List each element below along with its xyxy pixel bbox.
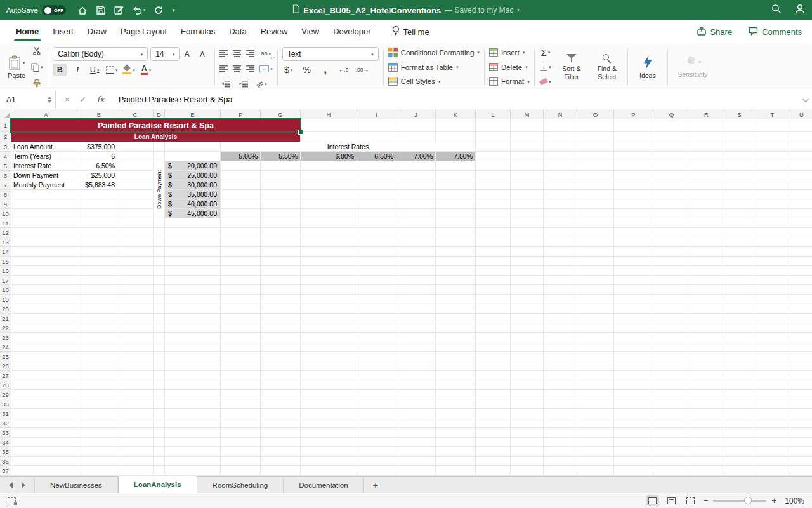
- cell-K30[interactable]: [436, 399, 476, 409]
- cell-H8[interactable]: [301, 190, 357, 199]
- cell-S13[interactable]: [723, 237, 756, 247]
- cell-A18[interactable]: [11, 285, 81, 295]
- cell-C20[interactable]: [117, 304, 154, 314]
- cell-R4[interactable]: [690, 152, 723, 161]
- cell-E25[interactable]: [165, 352, 221, 361]
- cell-I22[interactable]: [357, 323, 396, 333]
- currency-format-button[interactable]: $▾: [282, 64, 295, 76]
- cell-K20[interactable]: [436, 304, 476, 314]
- cell-J18[interactable]: [396, 285, 436, 295]
- comments-button[interactable]: Comments: [749, 27, 802, 37]
- cell-T3[interactable]: [756, 142, 789, 152]
- cell-U16[interactable]: [789, 266, 812, 276]
- cell-T22[interactable]: [756, 323, 789, 333]
- cell-G37[interactable]: [261, 466, 301, 476]
- cell-J11[interactable]: [396, 218, 436, 228]
- cell-B31[interactable]: [81, 409, 117, 418]
- cell-O11[interactable]: [577, 218, 614, 228]
- cell-B19[interactable]: [81, 295, 117, 304]
- cell-K22[interactable]: [436, 323, 476, 333]
- cell-L26[interactable]: [476, 361, 511, 371]
- search-icon[interactable]: [771, 4, 782, 17]
- cell-N33[interactable]: [544, 428, 577, 438]
- row-header-21[interactable]: 21: [0, 314, 11, 323]
- cell-E31[interactable]: [165, 409, 221, 418]
- cell-Q7[interactable]: [653, 180, 690, 190]
- cell-P25[interactable]: [614, 352, 653, 361]
- row-header-13[interactable]: 13: [0, 237, 11, 247]
- cell-U2[interactable]: [789, 132, 812, 142]
- cell-P27[interactable]: [614, 371, 653, 380]
- cell-T16[interactable]: [756, 266, 789, 276]
- cell-C34[interactable]: [117, 438, 154, 447]
- cell-Q35[interactable]: [653, 447, 690, 457]
- cell-R34[interactable]: [690, 438, 723, 447]
- cell-M6[interactable]: [511, 171, 544, 180]
- cell-N26[interactable]: [544, 361, 577, 371]
- cell-G4[interactable]: 5.50%: [261, 152, 301, 161]
- number-format-combo[interactable]: Text▾: [282, 47, 379, 61]
- cell-I1[interactable]: [357, 119, 396, 132]
- cell-D29[interactable]: [154, 390, 165, 399]
- cell-L21[interactable]: [476, 314, 511, 323]
- cell-H23[interactable]: [301, 333, 357, 342]
- cell-C22[interactable]: [117, 323, 154, 333]
- cell-I4[interactable]: 6.50%: [357, 152, 396, 161]
- cell-R9[interactable]: [690, 199, 723, 209]
- cell-T10[interactable]: [756, 209, 789, 218]
- row-header-31[interactable]: 31: [0, 409, 11, 418]
- cell-U31[interactable]: [789, 409, 812, 418]
- cell-U23[interactable]: [789, 333, 812, 342]
- cell-L25[interactable]: [476, 352, 511, 361]
- cell-Q11[interactable]: [653, 218, 690, 228]
- cell-Q19[interactable]: [653, 295, 690, 304]
- cell-D5-merged[interactable]: Down Payment: [154, 161, 165, 218]
- cell-M1[interactable]: [511, 119, 544, 132]
- cell-J23[interactable]: [396, 333, 436, 342]
- cell-Q36[interactable]: [653, 457, 690, 466]
- cell-I20[interactable]: [357, 304, 396, 314]
- cell-N36[interactable]: [544, 457, 577, 466]
- cell-L12[interactable]: [476, 228, 511, 237]
- cell-A32[interactable]: [11, 418, 81, 428]
- cell-O37[interactable]: [577, 466, 614, 476]
- column-header-S[interactable]: S: [723, 109, 756, 119]
- cell-F18[interactable]: [221, 285, 261, 295]
- cell-M15[interactable]: [511, 257, 544, 266]
- cell-E4[interactable]: [165, 152, 221, 161]
- zoom-in-button[interactable]: +: [771, 496, 776, 505]
- cell-H27[interactable]: [301, 371, 357, 380]
- cell-C32[interactable]: [117, 418, 154, 428]
- cell-T20[interactable]: [756, 304, 789, 314]
- cell-A24[interactable]: [11, 342, 81, 352]
- cell-B28[interactable]: [81, 380, 117, 390]
- cell-G25[interactable]: [261, 352, 301, 361]
- cell-Q20[interactable]: [653, 304, 690, 314]
- sort-filter-button[interactable]: Sort & Filter: [556, 47, 587, 87]
- wrap-text-button[interactable]: ab↩▾: [259, 47, 272, 60]
- cell-C31[interactable]: [117, 409, 154, 418]
- cell-N5[interactable]: [544, 161, 577, 171]
- cell-O31[interactable]: [577, 409, 614, 418]
- cell-S31[interactable]: [723, 409, 756, 418]
- cell-K21[interactable]: [436, 314, 476, 323]
- cell-F21[interactable]: [221, 314, 261, 323]
- cell-A10[interactable]: [11, 209, 81, 218]
- cell-C16[interactable]: [117, 266, 154, 276]
- cell-C10[interactable]: [117, 209, 154, 218]
- cell-U8[interactable]: [789, 190, 812, 199]
- cell-R18[interactable]: [690, 285, 723, 295]
- cell-K13[interactable]: [436, 237, 476, 247]
- cell-D36[interactable]: [154, 457, 165, 466]
- cell-R19[interactable]: [690, 295, 723, 304]
- cell-J20[interactable]: [396, 304, 436, 314]
- cell-I14[interactable]: [357, 247, 396, 257]
- cell-S37[interactable]: [723, 466, 756, 476]
- cell-N29[interactable]: [544, 390, 577, 399]
- cell-H16[interactable]: [301, 266, 357, 276]
- cell-E22[interactable]: [165, 323, 221, 333]
- column-header-C[interactable]: C: [117, 109, 154, 119]
- format-cells-button[interactable]: Format▾: [489, 76, 530, 87]
- cell-S26[interactable]: [723, 361, 756, 371]
- page-break-view-button[interactable]: [684, 495, 697, 506]
